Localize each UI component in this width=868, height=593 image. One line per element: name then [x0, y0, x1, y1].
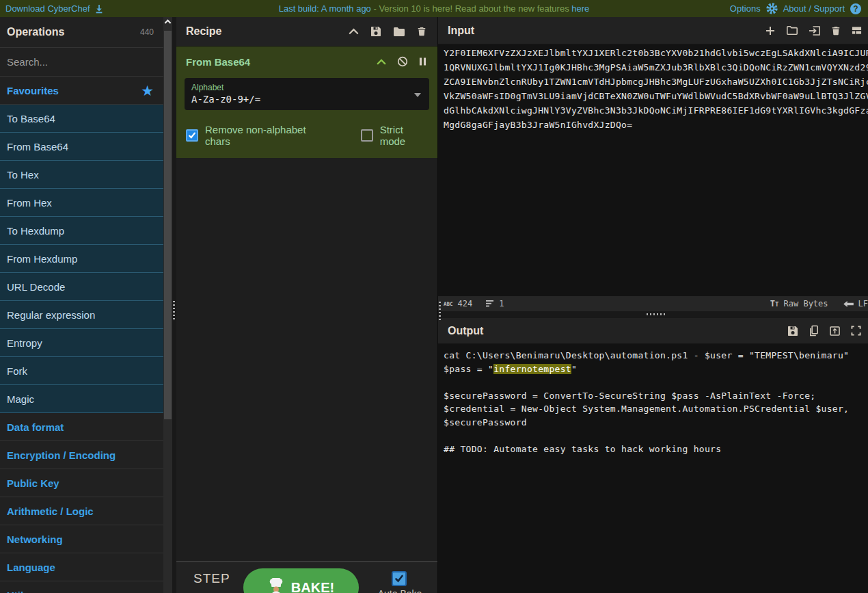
auto-bake-label[interactable]: Auto Bake: [371, 588, 429, 593]
download-icon[interactable]: [94, 4, 104, 14]
options-button[interactable]: Options: [730, 3, 761, 14]
operations-count: 440: [140, 27, 154, 37]
input-status-bar: ABC 424 1 TT Raw Bytes LF: [438, 296, 868, 311]
output-line-password: $pass = "infernotempest": [444, 364, 868, 378]
output-line: $securePassword = ConvertTo-SecureString…: [444, 391, 868, 404]
input-textarea[interactable]: Y2F0IEM6XFVzZXJzXEJlbmltYXJ1XERlc2t0b3Bc…: [438, 44, 868, 296]
io-splitter[interactable]: [438, 311, 868, 318]
operation-item-regular-expression[interactable]: Regular expression: [0, 301, 163, 329]
category-language[interactable]: Language: [0, 553, 163, 581]
eol-arrow-icon[interactable]: [843, 300, 854, 308]
operation-item-to-base64[interactable]: To Base64: [0, 105, 163, 133]
input-line: ZCA9IENvbnZlcnRUby1TZWN1cmVTdHJpbmcgJHBh…: [444, 77, 868, 91]
category-utils[interactable]: Utils: [0, 581, 163, 593]
category-encryption-encoding[interactable]: Encryption / Encoding: [0, 441, 163, 469]
input-line: VkZW50aWFsID0gTmV3LU9iamVjdCBTeXN0ZW0uTW…: [444, 91, 868, 105]
open-output-icon[interactable]: [829, 326, 841, 337]
category-public-key[interactable]: Public Key: [0, 469, 163, 497]
splitter-handle-dots[interactable]: [647, 313, 667, 315]
category-networking[interactable]: Networking: [0, 525, 163, 553]
open-input-icon[interactable]: [809, 25, 821, 36]
load-recipe-icon[interactable]: [393, 27, 405, 37]
output-line: cat C:\Users\Benimaru\Desktop\automation…: [444, 350, 868, 364]
operations-title: Operations: [7, 26, 64, 38]
favourites-header[interactable]: Favourites ★: [0, 77, 163, 105]
scroll-up-icon[interactable]: [164, 18, 172, 25]
gear-icon[interactable]: [766, 3, 778, 14]
line-count-icon: [486, 300, 494, 307]
operation-item-from-base64[interactable]: From Base64: [0, 133, 163, 161]
read-more-link[interactable]: here: [571, 3, 589, 14]
open-folder-icon[interactable]: [786, 25, 798, 36]
save-output-icon[interactable]: [787, 326, 798, 337]
strict-mode-label[interactable]: Strict mode: [380, 124, 429, 147]
add-input-icon[interactable]: [765, 25, 776, 36]
io-column: Input Y2F0IEM6XFVzZXJzXEJlbmltYXJ1XERlc2…: [437, 17, 868, 593]
output-header: Output: [438, 318, 868, 344]
star-icon[interactable]: ★: [141, 83, 154, 98]
scrollbar-thumb[interactable]: [164, 31, 172, 419]
character-encoding-value[interactable]: Raw Bytes: [784, 299, 828, 308]
clear-io-icon[interactable]: [831, 25, 841, 36]
disable-icon[interactable]: [397, 56, 408, 67]
alphabet-label: Alphabet: [191, 83, 422, 92]
bake-button-label: BAKE!: [291, 580, 334, 593]
operation-item-fork[interactable]: Fork: [0, 357, 163, 385]
recipe-io-splitter-dots[interactable]: [439, 302, 441, 322]
step-button[interactable]: STEP: [193, 571, 230, 586]
help-icon[interactable]: ?: [850, 3, 861, 14]
bake-controls: STEP BAKE! Auto Bake: [176, 561, 437, 593]
sidebar-scrollbar[interactable]: [163, 17, 172, 593]
chevron-up-icon[interactable]: [377, 59, 386, 65]
chef-icon: [268, 578, 284, 593]
output-line: [444, 430, 868, 444]
chevron-up-icon[interactable]: [349, 28, 359, 35]
clear-recipe-icon[interactable]: [417, 26, 426, 37]
output-title: Output: [448, 325, 483, 337]
strict-mode-checkbox[interactable]: [361, 129, 373, 142]
operation-item-entropy[interactable]: Entropy: [0, 329, 163, 357]
char-count: 424: [458, 299, 473, 308]
bake-button[interactable]: BAKE!: [243, 568, 359, 593]
about-support-button[interactable]: About / Support: [783, 3, 845, 14]
layout-icon[interactable]: [851, 25, 863, 36]
output-line: $credential = New-Object System.Manageme…: [444, 404, 868, 417]
operation-name: From Base64: [186, 56, 250, 68]
operations-sidebar: Operations 440 Favourites ★ To Base64 Fr…: [0, 17, 163, 593]
maximise-output-icon[interactable]: [851, 326, 861, 336]
auto-bake-checkbox[interactable]: [392, 571, 407, 586]
operation-item-url-decode[interactable]: URL Decode: [0, 273, 163, 301]
download-cyberchef-link[interactable]: Download CyberChef: [5, 3, 90, 14]
input-line: 1QRVNUXGJlbmltYXJ1Ig0KJHBhc3MgPSAiaW5mZX…: [444, 62, 868, 77]
copy-output-icon[interactable]: [809, 325, 819, 337]
recipe-panel: Recipe From Base64: [176, 17, 437, 593]
operation-item-magic[interactable]: Magic: [0, 385, 163, 413]
operation-titlebar[interactable]: From Base64: [176, 47, 437, 77]
operation-item-from-hex[interactable]: From Hex: [0, 189, 163, 217]
operation-item-to-hex[interactable]: To Hex: [0, 161, 163, 189]
character-encoding-icon[interactable]: TT: [770, 299, 779, 308]
pass-prefix: $pass = ": [444, 364, 493, 374]
pause-icon[interactable]: [419, 57, 426, 66]
top-banner: Download CyberChef Last build: A month a…: [0, 0, 868, 17]
splitter-handle-dots[interactable]: [173, 301, 175, 321]
alphabet-dropdown[interactable]: Alphabet A-Za-z0-9+/=: [185, 78, 429, 110]
remove-non-alphabet-label[interactable]: Remove non-alphabet chars: [205, 124, 328, 147]
line-count: 1: [499, 299, 504, 308]
build-notice: Last build: A month ago - Version 10 is …: [279, 3, 590, 14]
eol-value[interactable]: LF: [858, 299, 868, 308]
operation-from-base64[interactable]: From Base64 Alphabet A-Za-z0-9+/=: [176, 47, 437, 158]
version-text: - Version 10 is here! Read about the new…: [373, 3, 569, 14]
output-line: ## TODO: Automate easy tasks to hack wor…: [444, 444, 868, 458]
save-recipe-icon[interactable]: [370, 26, 381, 37]
output-textarea[interactable]: cat C:\Users\Benimaru\Desktop\automation…: [438, 344, 868, 593]
highlighted-password: infernotempest: [493, 364, 571, 374]
category-data-format[interactable]: Data format: [0, 413, 163, 441]
category-arithmetic-logic[interactable]: Arithmetic / Logic: [0, 497, 163, 525]
operation-item-from-hexdump[interactable]: From Hexdump: [0, 245, 163, 273]
remove-non-alphabet-checkbox[interactable]: [186, 129, 198, 142]
input-header: Input: [438, 17, 868, 44]
search-input[interactable]: [7, 56, 157, 68]
last-build-link[interactable]: Last build: A month ago: [279, 3, 371, 14]
operation-item-to-hexdump[interactable]: To Hexdump: [0, 217, 163, 245]
